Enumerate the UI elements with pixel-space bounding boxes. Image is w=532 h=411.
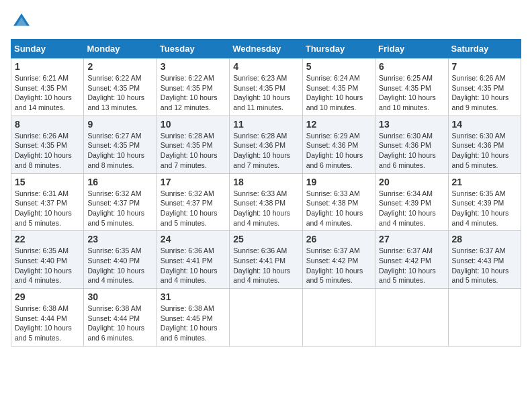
calendar-cell: 13Sunrise: 6:30 AM Sunset: 4:36 PM Dayli…: [375, 116, 448, 173]
day-info: Sunrise: 6:30 AM Sunset: 4:36 PM Dayligh…: [452, 131, 517, 171]
calendar-cell: 10Sunrise: 6:28 AM Sunset: 4:35 PM Dayli…: [157, 116, 229, 173]
header-day-thursday: Thursday: [302, 40, 375, 58]
calendar-cell: 6Sunrise: 6:25 AM Sunset: 4:35 PM Daylig…: [375, 58, 448, 116]
day-info: Sunrise: 6:32 AM Sunset: 4:37 PM Dayligh…: [161, 189, 226, 228]
day-number: 6: [379, 61, 444, 72]
day-info: Sunrise: 6:23 AM Sunset: 4:35 PM Dayligh…: [233, 73, 298, 113]
day-number: 14: [452, 119, 517, 130]
day-info: Sunrise: 6:25 AM Sunset: 4:35 PM Dayligh…: [379, 73, 444, 113]
calendar-cell: 24Sunrise: 6:36 AM Sunset: 4:41 PM Dayli…: [157, 231, 229, 289]
calendar-cell: 14Sunrise: 6:30 AM Sunset: 4:36 PM Dayli…: [448, 116, 521, 173]
calendar-cell: 12Sunrise: 6:29 AM Sunset: 4:36 PM Dayli…: [302, 116, 375, 173]
day-info: Sunrise: 6:35 AM Sunset: 4:40 PM Dayligh…: [87, 246, 152, 285]
day-number: 28: [452, 234, 517, 244]
calendar-body: 1Sunrise: 6:21 AM Sunset: 4:35 PM Daylig…: [11, 58, 521, 347]
calendar-cell: 27Sunrise: 6:37 AM Sunset: 4:42 PM Dayli…: [375, 231, 448, 289]
day-info: Sunrise: 6:38 AM Sunset: 4:44 PM Dayligh…: [87, 304, 152, 343]
day-number: 20: [379, 177, 444, 187]
day-number: 23: [87, 234, 152, 244]
calendar-cell: 17Sunrise: 6:32 AM Sunset: 4:37 PM Dayli…: [157, 173, 229, 231]
day-info: Sunrise: 6:37 AM Sunset: 4:43 PM Dayligh…: [452, 246, 517, 285]
day-info: Sunrise: 6:33 AM Sunset: 4:38 PM Dayligh…: [233, 189, 298, 228]
day-number: 16: [87, 177, 152, 187]
calendar-cell: 1Sunrise: 6:21 AM Sunset: 4:35 PM Daylig…: [11, 58, 84, 116]
day-number: 24: [161, 234, 226, 244]
day-number: 30: [87, 291, 152, 302]
day-info: Sunrise: 6:37 AM Sunset: 4:42 PM Dayligh…: [306, 246, 371, 285]
day-info: Sunrise: 6:31 AM Sunset: 4:37 PM Dayligh…: [15, 189, 80, 228]
day-number: 21: [452, 177, 517, 187]
day-info: Sunrise: 6:36 AM Sunset: 4:41 PM Dayligh…: [161, 246, 226, 285]
day-info: Sunrise: 6:37 AM Sunset: 4:42 PM Dayligh…: [379, 246, 444, 285]
day-number: 29: [15, 291, 80, 302]
day-number: 2: [87, 61, 152, 72]
calendar-cell: 15Sunrise: 6:31 AM Sunset: 4:37 PM Dayli…: [11, 173, 84, 231]
header-day-monday: Monday: [84, 40, 157, 58]
day-info: Sunrise: 6:36 AM Sunset: 4:41 PM Dayligh…: [233, 246, 298, 285]
calendar-cell: 4Sunrise: 6:23 AM Sunset: 4:35 PM Daylig…: [230, 58, 302, 116]
day-info: Sunrise: 6:38 AM Sunset: 4:44 PM Dayligh…: [15, 304, 80, 343]
day-number: 19: [306, 177, 371, 187]
calendar-cell: 30Sunrise: 6:38 AM Sunset: 4:44 PM Dayli…: [84, 289, 157, 347]
calendar-cell: 5Sunrise: 6:24 AM Sunset: 4:35 PM Daylig…: [302, 58, 375, 116]
calendar-header: SundayMondayTuesdayWednesdayThursdayFrid…: [11, 40, 521, 58]
header-day-saturday: Saturday: [448, 40, 521, 58]
calendar-cell: [375, 289, 448, 347]
calendar-cell: 21Sunrise: 6:35 AM Sunset: 4:39 PM Dayli…: [448, 173, 521, 231]
calendar-cell: 22Sunrise: 6:35 AM Sunset: 4:40 PM Dayli…: [11, 231, 84, 289]
day-info: Sunrise: 6:24 AM Sunset: 4:35 PM Dayligh…: [306, 73, 371, 113]
day-number: 12: [306, 119, 371, 130]
day-number: 13: [379, 119, 444, 130]
day-number: 22: [15, 234, 80, 244]
day-number: 7: [452, 61, 517, 72]
day-info: Sunrise: 6:22 AM Sunset: 4:35 PM Dayligh…: [161, 73, 226, 113]
page-header: [11, 11, 521, 32]
calendar-cell: 2Sunrise: 6:22 AM Sunset: 4:35 PM Daylig…: [84, 58, 157, 116]
calendar-cell: 20Sunrise: 6:34 AM Sunset: 4:39 PM Dayli…: [375, 173, 448, 231]
calendar-week-2: 8Sunrise: 6:26 AM Sunset: 4:35 PM Daylig…: [11, 116, 521, 173]
calendar-cell: 31Sunrise: 6:38 AM Sunset: 4:45 PM Dayli…: [157, 289, 229, 347]
calendar-cell: 11Sunrise: 6:28 AM Sunset: 4:36 PM Dayli…: [230, 116, 302, 173]
calendar-cell: [230, 289, 302, 347]
calendar-cell: 25Sunrise: 6:36 AM Sunset: 4:41 PM Dayli…: [230, 231, 302, 289]
day-number: 10: [161, 119, 226, 130]
day-info: Sunrise: 6:35 AM Sunset: 4:39 PM Dayligh…: [452, 189, 517, 228]
calendar-week-5: 29Sunrise: 6:38 AM Sunset: 4:44 PM Dayli…: [11, 289, 521, 347]
calendar-cell: 29Sunrise: 6:38 AM Sunset: 4:44 PM Dayli…: [11, 289, 84, 347]
day-info: Sunrise: 6:34 AM Sunset: 4:39 PM Dayligh…: [379, 189, 444, 228]
calendar-week-4: 22Sunrise: 6:35 AM Sunset: 4:40 PM Dayli…: [11, 231, 521, 289]
day-info: Sunrise: 6:28 AM Sunset: 4:35 PM Dayligh…: [161, 131, 226, 171]
calendar-cell: 23Sunrise: 6:35 AM Sunset: 4:40 PM Dayli…: [84, 231, 157, 289]
calendar-week-1: 1Sunrise: 6:21 AM Sunset: 4:35 PM Daylig…: [11, 58, 521, 116]
day-number: 3: [161, 61, 226, 72]
calendar-cell: [448, 289, 521, 347]
header-day-sunday: Sunday: [11, 40, 84, 58]
day-number: 17: [161, 177, 226, 187]
calendar-cell: 28Sunrise: 6:37 AM Sunset: 4:43 PM Dayli…: [448, 231, 521, 289]
header-row: SundayMondayTuesdayWednesdayThursdayFrid…: [11, 40, 521, 58]
calendar-cell: 16Sunrise: 6:32 AM Sunset: 4:37 PM Dayli…: [84, 173, 157, 231]
calendar-cell: 18Sunrise: 6:33 AM Sunset: 4:38 PM Dayli…: [230, 173, 302, 231]
day-number: 5: [306, 61, 371, 72]
day-number: 1: [15, 61, 80, 72]
day-info: Sunrise: 6:33 AM Sunset: 4:38 PM Dayligh…: [306, 189, 371, 228]
calendar-cell: 8Sunrise: 6:26 AM Sunset: 4:35 PM Daylig…: [11, 116, 84, 173]
calendar-cell: 26Sunrise: 6:37 AM Sunset: 4:42 PM Dayli…: [302, 231, 375, 289]
day-number: 25: [233, 234, 298, 244]
calendar-cell: 3Sunrise: 6:22 AM Sunset: 4:35 PM Daylig…: [157, 58, 229, 116]
day-info: Sunrise: 6:29 AM Sunset: 4:36 PM Dayligh…: [306, 131, 371, 171]
calendar-table: SundayMondayTuesdayWednesdayThursdayFrid…: [11, 39, 521, 347]
day-info: Sunrise: 6:30 AM Sunset: 4:36 PM Dayligh…: [379, 131, 444, 171]
day-number: 8: [15, 119, 80, 130]
day-number: 11: [233, 119, 298, 130]
day-info: Sunrise: 6:26 AM Sunset: 4:35 PM Dayligh…: [15, 131, 80, 171]
day-number: 27: [379, 234, 444, 244]
day-info: Sunrise: 6:38 AM Sunset: 4:45 PM Dayligh…: [161, 304, 226, 343]
calendar-cell: 7Sunrise: 6:26 AM Sunset: 4:35 PM Daylig…: [448, 58, 521, 116]
day-number: 18: [233, 177, 298, 187]
day-number: 9: [87, 119, 152, 130]
calendar-cell: 19Sunrise: 6:33 AM Sunset: 4:38 PM Dayli…: [302, 173, 375, 231]
day-info: Sunrise: 6:22 AM Sunset: 4:35 PM Dayligh…: [87, 73, 152, 113]
logo: [11, 11, 35, 32]
day-number: 31: [161, 291, 226, 302]
